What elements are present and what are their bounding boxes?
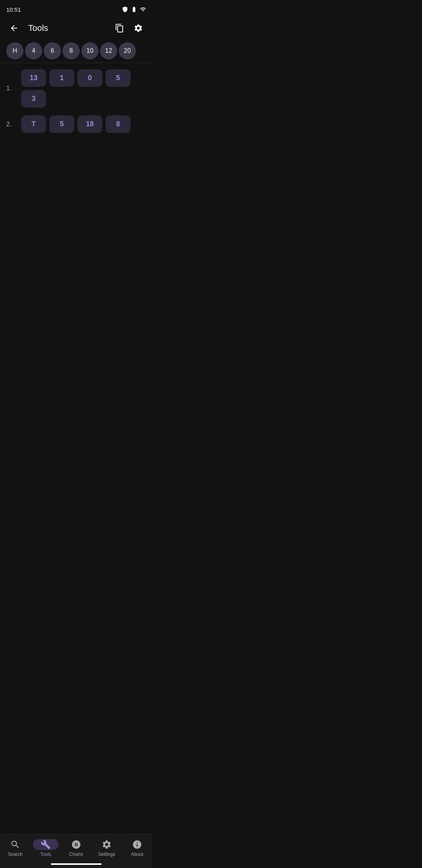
cell-1-4[interactable]: 3 bbox=[21, 90, 46, 108]
gear-icon bbox=[134, 23, 143, 33]
col-header-4[interactable]: 4 bbox=[25, 42, 42, 59]
status-bar: 10:51 bbox=[0, 0, 152, 17]
cell-2-2[interactable]: 18 bbox=[77, 115, 102, 133]
copy-paste-icon bbox=[115, 23, 124, 33]
cell-2-1[interactable]: 5 bbox=[49, 115, 74, 133]
status-time: 10:51 bbox=[6, 6, 21, 13]
status-icons bbox=[122, 6, 146, 13]
table-row: 1. 13 1 0 5 3 bbox=[6, 69, 146, 108]
row-2-cells: T 5 18 8 bbox=[21, 115, 131, 133]
cell-1-1[interactable]: 1 bbox=[49, 69, 74, 87]
col-header-20[interactable]: 20 bbox=[119, 42, 136, 59]
page-title: Tools bbox=[28, 23, 106, 33]
cell-2-0[interactable]: T bbox=[21, 115, 46, 133]
copy-button[interactable] bbox=[112, 20, 127, 36]
cell-2-3[interactable]: 8 bbox=[106, 115, 131, 133]
row-number-2: 2. bbox=[6, 121, 18, 128]
signal-icon bbox=[140, 6, 146, 13]
main-content: 1. 13 1 0 5 3 2. bbox=[0, 63, 152, 186]
app-bar: Tools bbox=[0, 17, 152, 39]
battery-icon bbox=[131, 6, 138, 13]
back-button[interactable] bbox=[6, 20, 22, 36]
row-number-1: 1. bbox=[6, 85, 18, 92]
settings-button[interactable] bbox=[131, 20, 146, 36]
col-header-12[interactable]: 12 bbox=[100, 42, 117, 59]
col-header-H[interactable]: H bbox=[6, 42, 23, 59]
cell-1-3[interactable]: 5 bbox=[106, 69, 131, 87]
col-header-8[interactable]: 8 bbox=[63, 42, 80, 59]
cell-1-0[interactable]: 13 bbox=[21, 69, 46, 87]
row-1-cells: 13 1 0 5 3 bbox=[21, 69, 146, 108]
table-row: 2. T 5 18 8 bbox=[6, 115, 146, 133]
column-headers: H 4 6 8 10 12 20 bbox=[0, 39, 152, 63]
col-header-10[interactable]: 10 bbox=[81, 42, 98, 59]
app-bar-actions bbox=[112, 20, 146, 36]
col-header-6[interactable]: 6 bbox=[44, 42, 61, 59]
shield-icon bbox=[122, 6, 128, 13]
back-arrow-icon bbox=[9, 23, 19, 33]
data-table: 1. 13 1 0 5 3 2. bbox=[0, 63, 152, 147]
cell-1-2[interactable]: 0 bbox=[77, 69, 102, 87]
